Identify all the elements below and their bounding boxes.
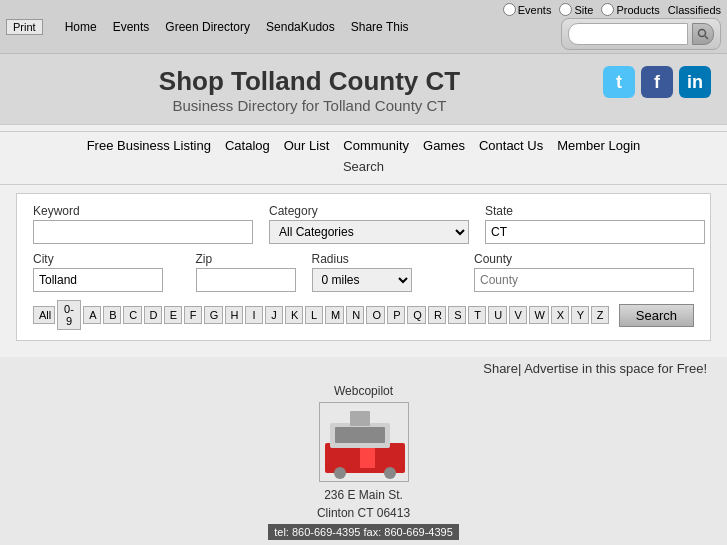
zip-input[interactable]	[196, 268, 296, 292]
state-label: State	[485, 204, 705, 218]
county-field: County	[474, 252, 694, 292]
facebook-icon[interactable]: f	[641, 66, 673, 98]
nav-share-this[interactable]: Share This	[351, 20, 409, 34]
alpha-btn-b[interactable]: B	[103, 306, 121, 324]
radio-products[interactable]	[601, 3, 614, 16]
search-area: Keyword Category All Categories State Ci…	[0, 185, 727, 357]
site-subtitle: Business Directory for Tolland County CT	[16, 97, 603, 114]
nav-sendakudos[interactable]: SendaKudos	[266, 20, 335, 34]
alpha-btn-n[interactable]: N	[346, 306, 364, 324]
form-row-2: City Zip Radius 0 miles County	[33, 252, 694, 292]
alpha-btn-u[interactable]: U	[488, 306, 506, 324]
linkedin-icon[interactable]: in	[679, 66, 711, 98]
social-icons: t f in	[603, 66, 711, 98]
nav-free-listing[interactable]: Free Business Listing	[87, 138, 211, 153]
alpha-btn-g[interactable]: G	[204, 306, 223, 324]
alpha-btn-z[interactable]: Z	[591, 306, 609, 324]
category-select[interactable]: All Categories	[269, 220, 469, 244]
city-field: City	[33, 252, 180, 292]
radius-label: Radius	[312, 252, 459, 266]
site-title: Shop Tolland County CT	[16, 66, 603, 97]
alpha-btn-w[interactable]: W	[529, 306, 549, 324]
nav-home[interactable]: Home	[65, 20, 97, 34]
alpha-btn-x[interactable]: X	[551, 306, 569, 324]
print-button[interactable]: Print	[6, 19, 43, 35]
nav-catalog[interactable]: Catalog	[225, 138, 270, 153]
state-field: State	[485, 204, 705, 244]
category-field: Category All Categories	[269, 204, 469, 244]
alpha-btn-k[interactable]: K	[285, 306, 303, 324]
listing-address: 236 E Main St. Clinton CT 06413	[317, 486, 410, 522]
alpha-btn-e[interactable]: E	[164, 306, 182, 324]
alpha-btn-a[interactable]: A	[83, 306, 101, 324]
alpha-btn-d[interactable]: D	[144, 306, 162, 324]
header-titles: Shop Tolland County CT Business Director…	[16, 62, 603, 120]
nav-member-login[interactable]: Member Login	[557, 138, 640, 153]
search-main-button[interactable]: Search	[619, 304, 694, 327]
header: Shop Tolland County CT Business Director…	[0, 54, 727, 124]
search-section-label: Search	[0, 159, 727, 174]
twitter-icon[interactable]: t	[603, 66, 635, 98]
svg-rect-6	[350, 411, 370, 426]
svg-line-1	[705, 36, 708, 39]
alpha-btn-i[interactable]: I	[245, 306, 263, 324]
nav-events[interactable]: Events	[113, 20, 150, 34]
alpha-btn-t[interactable]: T	[468, 306, 486, 324]
top-search-input[interactable]	[568, 23, 688, 45]
alpha-btn-s[interactable]: S	[448, 306, 466, 324]
county-input[interactable]	[474, 268, 694, 292]
keyword-label: Keyword	[33, 204, 253, 218]
svg-point-0	[699, 30, 706, 37]
alpha-btn-o[interactable]: O	[366, 306, 385, 324]
alpha-btn-q[interactable]: Q	[407, 306, 426, 324]
radio-events[interactable]	[503, 3, 516, 16]
alpha-btn-0-9[interactable]: 0-9	[57, 300, 82, 330]
listing-machine-image	[320, 403, 409, 482]
top-search-button[interactable]	[692, 23, 714, 45]
city-input[interactable]	[33, 268, 163, 292]
svg-rect-5	[335, 427, 385, 443]
alpha-btn-j[interactable]: J	[265, 306, 283, 324]
keyword-input[interactable]	[33, 220, 253, 244]
listing-phone: tel: 860-669-4395 fax: 860-669-4395	[268, 524, 459, 540]
svg-point-8	[384, 467, 396, 479]
radio-site-label[interactable]: Site	[559, 3, 593, 16]
radio-site[interactable]	[559, 3, 572, 16]
form-row-1: Keyword Category All Categories State	[33, 204, 694, 244]
svg-point-7	[334, 467, 346, 479]
classifieds-label: Classifieds	[668, 4, 721, 16]
alpha-btn-y[interactable]: Y	[571, 306, 589, 324]
nav-green-directory[interactable]: Green Directory	[165, 20, 250, 34]
main-nav: Free Business Listing Catalog Our List C…	[0, 124, 727, 185]
radius-select[interactable]: 0 miles	[312, 268, 412, 292]
alpha-btn-h[interactable]: H	[225, 306, 243, 324]
radio-events-label[interactable]: Events	[503, 3, 552, 16]
search-radio-group: Events Site Products Classifieds	[503, 3, 721, 16]
alpha-btn-v[interactable]: V	[509, 306, 527, 324]
nav-community[interactable]: Community	[343, 138, 409, 153]
main-nav-links: Free Business Listing Catalog Our List C…	[0, 131, 727, 155]
nav-our-list[interactable]: Our List	[284, 138, 330, 153]
radius-field: Radius 0 miles	[312, 252, 459, 292]
category-label: Category	[269, 204, 469, 218]
alpha-btn-f[interactable]: F	[184, 306, 202, 324]
alpha-btn-all[interactable]: All	[33, 306, 55, 324]
radio-products-label[interactable]: Products	[601, 3, 659, 16]
alpha-btn-m[interactable]: M	[325, 306, 344, 324]
state-input[interactable]	[485, 220, 705, 244]
listing-area: Webcopilot 236 E Main St. Clinton CT 064…	[0, 384, 727, 545]
address-line2: Clinton CT 06413	[317, 504, 410, 522]
city-label: City	[33, 252, 180, 266]
alpha-bar: All0-9ABCDEFGHIJKLMNOPQRSTUVWXYZSearch	[33, 300, 694, 330]
search-form: Keyword Category All Categories State Ci…	[16, 193, 711, 341]
alpha-btn-r[interactable]: R	[428, 306, 446, 324]
alpha-btn-l[interactable]: L	[305, 306, 323, 324]
top-bar: Print Home Events Green Directory SendaK…	[0, 0, 727, 54]
alpha-btn-c[interactable]: C	[123, 306, 141, 324]
search-icon	[697, 28, 709, 40]
top-search-wrapper	[561, 18, 721, 50]
svg-rect-9	[360, 448, 375, 468]
nav-contact-us[interactable]: Contact Us	[479, 138, 543, 153]
alpha-btn-p[interactable]: P	[387, 306, 405, 324]
nav-games[interactable]: Games	[423, 138, 465, 153]
